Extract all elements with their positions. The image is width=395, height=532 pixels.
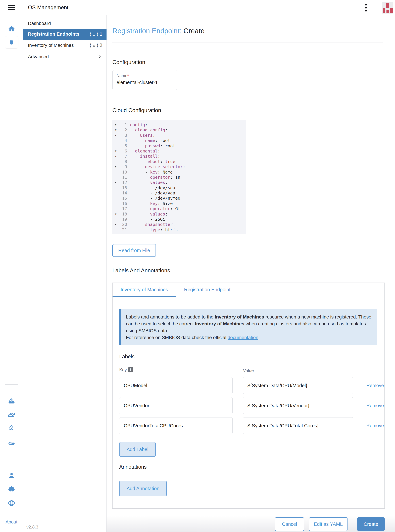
cloud-config-code-editor[interactable]: ▾1config:▾2 cloud-config:▾3 users:4 - na…	[112, 120, 246, 234]
rail-item-globe[interactable]	[7, 499, 16, 507]
banner-text: Labels and annotations to be added to th…	[126, 314, 371, 340]
rail-item-user[interactable]	[7, 471, 16, 480]
create-button[interactable]: Create	[357, 517, 385, 531]
value-column-header: Value	[243, 368, 254, 373]
barn-icon	[8, 411, 15, 418]
tab-registration-endpoint[interactable]: Registration Endpoint	[176, 283, 238, 297]
rail-item-home[interactable]	[7, 24, 16, 33]
name-field[interactable]: Name*	[112, 70, 177, 90]
resource-count-badge: { } 1	[90, 29, 102, 40]
annotations-heading: Annotations	[119, 464, 147, 470]
rail-item-fleet[interactable]	[7, 396, 16, 405]
rail-divider	[5, 384, 18, 385]
kebab-menu-icon[interactable]	[362, 4, 369, 12]
top-header: OS Management	[0, 0, 395, 15]
about-link[interactable]: About	[0, 520, 23, 525]
label-key-input[interactable]	[119, 397, 233, 414]
edit-as-yaml-button[interactable]: Edit as YAML	[309, 517, 347, 531]
detail-title: Registration Endpoint: Create	[112, 27, 204, 35]
name-input[interactable]	[116, 80, 173, 85]
sidebar-item-inventory-of-machines[interactable]: Inventory of Machines { } 0	[23, 40, 107, 50]
chevron-right-icon	[98, 51, 102, 62]
bull-icon	[8, 39, 15, 46]
label-value-input[interactable]	[243, 377, 353, 394]
add-label-button[interactable]: Add Label	[119, 442, 156, 457]
sidebar-item-dashboard[interactable]: Dashboard	[23, 18, 107, 29]
info-icon[interactable]: i	[128, 367, 133, 372]
os-management-page: OS Management	[0, 0, 395, 532]
puzzle-icon	[8, 486, 15, 493]
documentation-link[interactable]: documentation	[228, 335, 258, 340]
wheat-icon	[8, 440, 15, 448]
version-label: v2.8.3	[27, 525, 38, 530]
rail-item-harvester[interactable]	[7, 410, 16, 419]
rail-item-kubewarden[interactable]	[7, 440, 16, 448]
key-column-header: Keyi	[119, 367, 133, 373]
title-divider	[112, 42, 383, 43]
sidebar-item-registration-endpoints[interactable]: Registration Endpoints { } 1	[23, 29, 107, 40]
page-title: OS Management	[28, 0, 68, 15]
detail-title-action: Create	[183, 27, 204, 35]
label-value-input[interactable]	[243, 397, 353, 414]
home-icon	[8, 25, 15, 33]
info-banner: Labels and annotations to be added to th…	[119, 309, 377, 345]
read-from-file-button[interactable]: Read from File	[112, 244, 156, 257]
labels-annotations-panel: Inventory of Machines Registration Endpo…	[112, 282, 385, 509]
resource-count-icon	[93, 44, 95, 47]
sidebar-item-advanced[interactable]: Advanced	[23, 51, 107, 62]
action-footer: Cancel Edit as YAML Create	[107, 516, 395, 532]
tab-inventory-of-machines[interactable]: Inventory of Machines	[113, 283, 176, 297]
tab-bar: Inventory of Machines Registration Endpo…	[113, 283, 384, 297]
configuration-heading: Configuration	[112, 59, 145, 65]
label-key-input[interactable]	[119, 377, 233, 394]
resource-count-icon	[93, 33, 95, 36]
flame-icon	[8, 424, 15, 432]
required-asterisk: *	[127, 73, 129, 78]
rail-item-longhorn[interactable]	[7, 424, 16, 433]
rail-divider	[5, 460, 18, 460]
labels-heading: Labels	[119, 354, 134, 360]
remove-label-link[interactable]: Remove	[366, 397, 385, 414]
code-editor-lines: ▾1config:▾2 cloud-config:▾3 users:4 - na…	[112, 122, 246, 232]
labels-annotations-heading: Labels And Annotations	[112, 267, 170, 274]
name-field-label: Name*	[116, 73, 173, 78]
main-content: Registration Endpoint: Create Configurat…	[107, 15, 395, 532]
globe-icon	[8, 499, 15, 507]
label-key-input[interactable]	[119, 417, 233, 434]
rail-item-os-management[interactable]	[5, 36, 18, 49]
remove-label-link[interactable]: Remove	[366, 417, 385, 434]
remove-label-link[interactable]: Remove	[366, 377, 385, 394]
secondary-sidebar: Dashboard Registration Endpoints { } 1 I…	[23, 15, 107, 532]
cloud-configuration-heading: Cloud Configuration	[112, 107, 161, 114]
icon-rail: About	[0, 15, 23, 532]
brand-logo	[382, 2, 393, 14]
hamburger-icon[interactable]	[8, 5, 15, 10]
sailboat-icon	[8, 397, 15, 404]
rail-item-extensions[interactable]	[7, 485, 16, 494]
label-value-input[interactable]	[243, 417, 353, 434]
resource-count-badge: { } 0	[90, 40, 102, 50]
add-annotation-button[interactable]: Add Annotation	[119, 481, 167, 496]
user-icon	[8, 472, 15, 479]
cancel-button[interactable]: Cancel	[275, 517, 304, 531]
detail-title-resource[interactable]: Registration Endpoint:	[112, 27, 181, 35]
